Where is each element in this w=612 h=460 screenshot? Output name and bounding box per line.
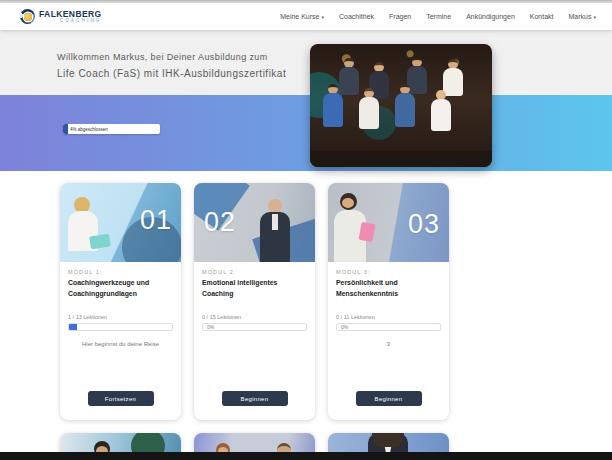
module-progress-fill (69, 324, 77, 330)
module-note: 3 (336, 341, 441, 349)
module-progress-bar: 0% (202, 323, 307, 331)
module-lessons: 0 / 15 Lektionen (202, 314, 307, 320)
modules-grid: 01 MODUL 1: Coachingwerkzeuge und Coachi… (0, 171, 612, 460)
nav-item-kontakt[interactable]: Kontakt (530, 13, 554, 20)
team-photo (310, 44, 492, 167)
module-number: 01 (140, 205, 172, 236)
welcome-heading: Willkommen Markus, bei Deiner Ausbildung… (57, 52, 286, 79)
module-2-body: MODUL 2: Emotional intelligentes Coachin… (194, 262, 315, 420)
module-note (202, 341, 307, 349)
figure-pink-card (359, 222, 376, 242)
module-card-3: 03 MODUL 3: Persönlichkeit und Menschenk… (328, 183, 449, 420)
module-progress-text: 0% (337, 324, 348, 330)
module-number: 02 (204, 207, 236, 238)
nav-item-ankuendigungen[interactable]: Ankündigungen (466, 13, 515, 20)
module-title: Coachingwerkzeuge und Coachinggrundlagen (68, 278, 173, 302)
course-progress-label: 4% abgeschlossen (63, 127, 108, 132)
module-card-2: 02 MODUL 2: Emotional intelligentes Coac… (194, 183, 315, 420)
module-3-image[interactable]: 03 (328, 183, 449, 262)
nav-item-coachithek[interactable]: Coachithek (339, 13, 374, 20)
module-title: Emotional intelligentes Coaching (202, 278, 307, 302)
nav-item-fragen[interactable]: Fragen (389, 13, 411, 20)
nav-item-termine[interactable]: Termine (426, 13, 451, 20)
figure-hair (372, 433, 404, 447)
module-label: MODUL 2: (202, 269, 307, 275)
nav-item-meine-kurse[interactable]: Meine Kurse ▾ (280, 13, 324, 20)
module-card-1: 01 MODUL 1: Coachingwerkzeuge und Coachi… (60, 183, 181, 420)
module-3-body: MODUL 3: Persönlichkeit und Menschenkenn… (328, 262, 449, 420)
main-nav: Meine Kurse ▾ Coachithek Fragen Termine … (280, 13, 596, 20)
welcome-line2: Life Coach (FaS) mit IHK-Ausbildungszert… (57, 68, 286, 79)
logo-title: FALKENBERG (39, 10, 102, 19)
module-progress-bar (68, 323, 173, 331)
chevron-down-icon: ▾ (321, 14, 324, 20)
module-title: Persönlichkeit und Menschenkenntnis (336, 278, 441, 302)
logo-icon (20, 9, 35, 24)
module-progress-text: 0% (203, 324, 214, 330)
chevron-down-icon: ▾ (593, 14, 596, 20)
top-nav-bar: FALKENBERG COACHING Meine Kurse ▾ Coachi… (0, 3, 612, 30)
course-progress-bar: 4% abgeschlossen (63, 124, 160, 134)
module-label: MODUL 1: (68, 269, 173, 275)
hero-section: Willkommen Markus, bei Deiner Ausbildung… (0, 30, 612, 171)
person-figure (394, 84, 416, 127)
module-progress-bar: 0% (336, 323, 441, 331)
module-lessons: 0 / 11 Lektionen (336, 314, 441, 320)
module-number: 03 (408, 209, 440, 240)
person-figure (430, 90, 452, 131)
nav-item-user-menu[interactable]: Markus ▾ (569, 13, 596, 20)
photo-floor (310, 151, 492, 167)
start-button[interactable]: Beginnen (356, 391, 422, 406)
figure-face (342, 198, 354, 208)
module-lessons: 1 / 13 Lektionen (68, 314, 173, 320)
module-1-body: MODUL 1: Coachingwerkzeuge und Coachingg… (60, 262, 181, 420)
figure-head (268, 199, 282, 213)
person-figure (322, 84, 344, 127)
start-button[interactable]: Beginnen (222, 391, 288, 406)
logo-subtitle: COACHING (39, 19, 102, 24)
modules-row-1: 01 MODUL 1: Coachingwerkzeuge und Coachi… (60, 183, 612, 420)
person-figure (358, 88, 380, 129)
figure-card (89, 234, 111, 250)
window-bottom-edge (0, 452, 612, 460)
welcome-line1: Willkommen Markus, bei Deiner Ausbildung… (57, 52, 286, 62)
module-2-image[interactable]: 02 (194, 183, 315, 262)
logo[interactable]: FALKENBERG COACHING (20, 9, 102, 24)
module-label: MODUL 3: (336, 269, 441, 275)
module-1-image[interactable]: 01 (60, 183, 181, 262)
continue-button[interactable]: Fortsetzen (88, 391, 154, 406)
module-note: Hier beginnst du deine Reise (68, 341, 173, 349)
figure-shirt (272, 214, 278, 230)
